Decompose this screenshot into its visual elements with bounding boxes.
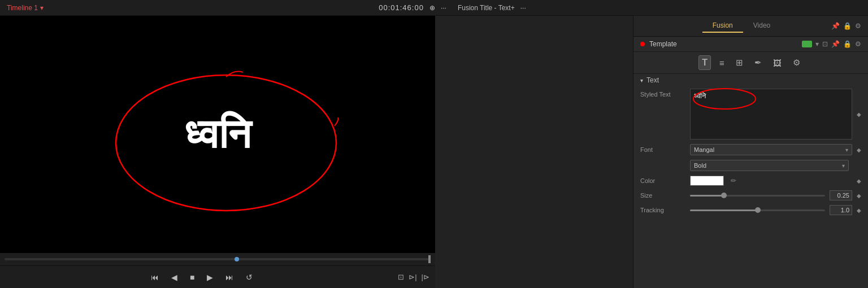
loop-button[interactable]: ↺: [244, 270, 255, 284]
tracking-keyframe[interactable]: ◆: [857, 207, 861, 213]
timeline-dropdown-icon[interactable]: ▾: [40, 4, 44, 12]
bold-select-dropdown[interactable]: Bold ▾: [690, 160, 849, 171]
size-keyframe[interactable]: ◆: [857, 193, 861, 199]
fusion-title-label: Fusion Title - Text+: [458, 4, 515, 12]
transport-right-controls: ⊡ ⊳| |⊳: [398, 273, 435, 281]
play-button[interactable]: ▶: [205, 270, 215, 284]
frame-view-button[interactable]: ⊡: [398, 273, 404, 281]
size-label: Size: [640, 192, 685, 199]
styled-text-value: ध्वनि: [694, 91, 706, 100]
text-section-label: Text: [646, 76, 659, 84]
template-row: Template ▾ ⊡ 📌 🔒 ⚙: [633, 37, 868, 52]
lock-icon[interactable]: 🔒: [843, 22, 852, 30]
text-section-arrow: ▾: [640, 77, 643, 84]
styled-text-row: Styled Text ध्वनि ◆: [633, 86, 868, 142]
tracking-slider-fill: [690, 210, 758, 211]
preview-panel: ध्वनि ⏮ ◀ ■ ▶ ⏭ ↺ ⊡ ⊳| |⊳: [0, 16, 435, 288]
timecode-display: 00:01:46:00: [379, 3, 424, 12]
toolbar-layout-icon[interactable]: ≡: [717, 56, 727, 69]
toolbar-settings-icon[interactable]: ⚙: [790, 56, 803, 69]
toolbar-transform-icon[interactable]: ⊞: [733, 56, 746, 69]
template-color-rect: [802, 41, 812, 47]
color-keyframe[interactable]: ◆: [857, 178, 861, 184]
toolbar-image-icon[interactable]: 🖼: [770, 56, 784, 69]
scrubber-bar[interactable]: [0, 253, 435, 265]
font-value: Mangal: [694, 146, 714, 153]
step-forward-button[interactable]: ⏭: [223, 270, 236, 284]
right-panel: Fusion Video 📌 🔒 ⚙ Template ▾ ⊡ 📌 🔒 ⚙: [633, 16, 868, 288]
end-frame-button[interactable]: |⊳: [422, 273, 429, 281]
sync-icon[interactable]: ⊕: [429, 4, 435, 12]
tracking-value[interactable]: 1.0: [830, 205, 852, 215]
center-spacer: [435, 16, 633, 288]
tracking-row: Tracking 1.0 ◆: [633, 203, 868, 217]
bold-value: Bold: [694, 162, 706, 169]
more-options-icon[interactable]: ···: [441, 4, 446, 12]
size-slider-thumb[interactable]: [721, 193, 727, 198]
title-more-icon[interactable]: ···: [520, 4, 526, 12]
size-slider[interactable]: [690, 195, 825, 197]
bold-row: Bold ▾: [633, 158, 868, 173]
preview-canvas: ध्वनि: [0, 16, 435, 253]
size-slider-fill: [690, 195, 724, 197]
text-section-header[interactable]: ▾ Text: [633, 74, 868, 86]
top-bar-center: 00:01:46:00 ⊕ ··· Fusion Title - Text+ ·…: [379, 3, 526, 12]
color-picker-icon[interactable]: ✏: [731, 177, 736, 185]
right-panel-header: Fusion Video 📌 🔒 ⚙: [633, 16, 868, 37]
template-icon2[interactable]: 📌: [831, 40, 840, 48]
tracking-slider[interactable]: [690, 210, 825, 211]
size-row: Size 0.25 ◆: [633, 188, 868, 203]
scrubber-thumb[interactable]: [235, 257, 239, 261]
stop-button[interactable]: ■: [188, 270, 197, 284]
bold-dropdown-arrow: ▾: [842, 163, 845, 169]
top-bar: Timeline 1 ▾ 00:01:46:00 ⊕ ··· Fusion Ti…: [0, 0, 868, 16]
font-row: Font Mangal ▾ ◆: [633, 142, 868, 158]
next-frame-button[interactable]: ⊳|: [409, 273, 416, 281]
template-label: Template: [649, 40, 797, 48]
color-label: Color: [640, 177, 685, 184]
template-icon4[interactable]: ⚙: [855, 40, 861, 48]
template-dropdown-icon[interactable]: ▾: [815, 40, 819, 48]
styled-text-label: Styled Text: [640, 89, 685, 98]
template-icon3[interactable]: 🔒: [843, 40, 852, 48]
scrubber-track[interactable]: [5, 258, 431, 260]
template-red-dot: [640, 42, 645, 46]
font-label: Font: [640, 146, 685, 153]
styled-text-keyframe[interactable]: ◆: [857, 111, 861, 117]
step-back-button[interactable]: ◀: [169, 270, 180, 284]
toolbar-pen-icon[interactable]: ✒: [752, 56, 765, 69]
scrubber-handle[interactable]: [428, 255, 431, 263]
preview-hindi-text: ध्वनि: [184, 111, 251, 158]
font-dropdown-arrow: ▾: [845, 147, 848, 153]
timeline-name[interactable]: Timeline 1: [7, 4, 38, 12]
skip-to-start-button[interactable]: ⏮: [149, 270, 161, 284]
tab-fusion[interactable]: Fusion: [702, 19, 743, 33]
font-select-dropdown[interactable]: Mangal ▾: [690, 144, 852, 155]
font-keyframe[interactable]: ◆: [857, 147, 861, 153]
template-icons: ▾ ⊡ 📌 🔒 ⚙: [802, 40, 861, 48]
tab-video[interactable]: Video: [743, 19, 780, 33]
pin-icon[interactable]: 📌: [831, 22, 840, 30]
right-panel-tabs: Fusion Video: [702, 19, 781, 33]
template-icon1[interactable]: ⊡: [822, 40, 828, 48]
tracking-slider-thumb[interactable]: [755, 207, 761, 213]
timeline-label[interactable]: Timeline 1 ▾: [7, 4, 44, 12]
color-row: Color ✏ ◆: [633, 173, 868, 188]
main-area: ध्वनि ⏮ ◀ ■ ▶ ⏭ ↺ ⊡ ⊳| |⊳: [0, 16, 868, 288]
color-swatch[interactable]: [690, 176, 724, 186]
toolbar-text-icon[interactable]: T: [698, 55, 711, 70]
size-value[interactable]: 0.25: [830, 190, 852, 200]
toolbar-row: T ≡ ⊞ ✒ 🖼 ⚙: [633, 52, 868, 74]
transport-bar: ⏮ ◀ ■ ▶ ⏭ ↺ ⊡ ⊳| |⊳: [0, 265, 435, 288]
tracking-label: Tracking: [640, 207, 685, 213]
settings-icon[interactable]: ⚙: [855, 22, 861, 30]
panel-top-icons: 📌 🔒 ⚙: [831, 22, 861, 30]
styled-text-input[interactable]: ध्वनि: [690, 89, 852, 139]
